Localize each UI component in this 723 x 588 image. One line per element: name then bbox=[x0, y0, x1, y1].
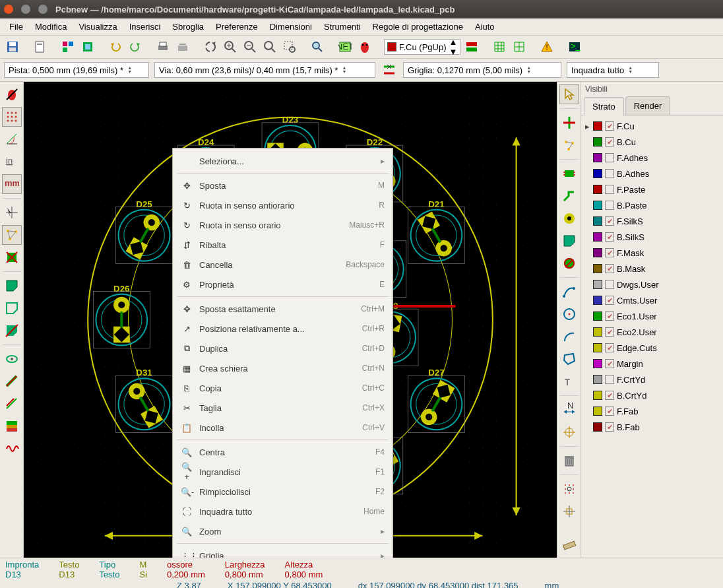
layer-color-swatch[interactable] bbox=[593, 359, 602, 368]
menu-aiuto[interactable]: Aiuto bbox=[470, 20, 500, 34]
via-sketch-icon[interactable] bbox=[2, 372, 22, 391]
grid-green-icon[interactable] bbox=[491, 38, 508, 55]
add-circle-icon[interactable] bbox=[559, 304, 579, 324]
layer-visibility-checkbox[interactable] bbox=[605, 153, 614, 162]
grid-visible-icon[interactable] bbox=[2, 107, 22, 127]
layer-visibility-checkbox[interactable]: ✔ bbox=[605, 216, 614, 226]
grid-green2-icon[interactable] bbox=[511, 38, 528, 55]
menu-modifica[interactable]: Modifica bbox=[30, 20, 72, 34]
layer-row[interactable]: ✔ B.Fab bbox=[582, 419, 722, 435]
layer-color-swatch[interactable] bbox=[593, 327, 602, 337]
select-tool-icon[interactable] bbox=[559, 84, 579, 104]
zoom-combo[interactable]: Inquadra tutto ▲▼ bbox=[567, 62, 659, 78]
window-close-button[interactable] bbox=[4, 5, 13, 14]
menu-item[interactable]: 🔍+ Ingrandisci F1 bbox=[173, 462, 393, 482]
menu-item[interactable]: ✥ Sposta M bbox=[173, 176, 393, 195]
menu-item[interactable]: ↻ Ruota in senso antiorario R bbox=[173, 195, 393, 215]
menu-item[interactable]: ✂ Taglia Ctrl+X bbox=[173, 398, 393, 418]
layer-visibility-checkbox[interactable]: ✔ bbox=[605, 121, 614, 131]
layer-color-swatch[interactable] bbox=[593, 343, 602, 352]
zone-outline-icon[interactable] bbox=[2, 298, 22, 318]
layer-row[interactable]: ✔ Eco2.User bbox=[582, 324, 722, 340]
layer-row[interactable]: ✔ Eco1.User bbox=[582, 308, 722, 324]
menu-item[interactable]: ↻ Ruota in senso orario Maiusc+R bbox=[173, 215, 393, 235]
layer-visibility-checkbox[interactable]: ✔ bbox=[605, 359, 614, 368]
layer-row[interactable]: ▸ ✔ F.Cu bbox=[582, 118, 722, 134]
zone-filled-icon[interactable] bbox=[2, 276, 22, 296]
zoom-fit-icon[interactable] bbox=[261, 38, 278, 55]
cursor-shape-icon[interactable] bbox=[2, 203, 22, 222]
layer-row[interactable]: ✔ F.SilkS bbox=[582, 213, 722, 229]
menu-item[interactable]: ⋮⋮ Griglia ▸ bbox=[173, 546, 393, 558]
tab-render[interactable]: Render bbox=[625, 96, 671, 115]
auto-track-icon[interactable] bbox=[381, 61, 398, 79]
menu-item[interactable]: ✥ Sposta esattamente Ctrl+M bbox=[173, 299, 393, 319]
layer-color-swatch[interactable] bbox=[593, 422, 602, 432]
layer-color-swatch[interactable] bbox=[593, 407, 602, 416]
print-icon[interactable] bbox=[154, 38, 172, 55]
polar-coord-icon[interactable] bbox=[2, 129, 22, 149]
add-zone-icon[interactable] bbox=[559, 231, 579, 251]
menu-regole di progettazione[interactable]: Regole di progettazione bbox=[367, 20, 468, 34]
page-settings-icon[interactable] bbox=[32, 38, 49, 55]
menu-item[interactable]: ▦ Crea schiera Ctrl+N bbox=[173, 358, 393, 378]
layer-color-swatch[interactable] bbox=[593, 121, 602, 131]
redo-icon[interactable] bbox=[127, 38, 144, 55]
layer-row[interactable]: F.Paste bbox=[582, 181, 722, 197]
layer-color-swatch[interactable] bbox=[593, 311, 602, 321]
save-icon[interactable] bbox=[4, 38, 21, 55]
menu-item[interactable]: 🔍- Rimpicciolisci F2 bbox=[173, 482, 393, 502]
layer-visibility-checkbox[interactable]: ✔ bbox=[605, 232, 614, 242]
layer-visibility-checkbox[interactable]: ✔ bbox=[605, 264, 614, 273]
menu-item[interactable]: ⇵ Ribalta F bbox=[173, 235, 393, 255]
layer-visibility-checkbox[interactable]: ✔ bbox=[605, 311, 614, 321]
zoom-in-icon[interactable] bbox=[222, 38, 239, 55]
mw-toolbar-icon[interactable] bbox=[2, 439, 22, 459]
track-sketch-icon[interactable] bbox=[2, 394, 22, 414]
menu-item[interactable]: ⎘ Copia Ctrl+C bbox=[173, 378, 393, 398]
layer-row[interactable]: F.CrtYd bbox=[582, 372, 722, 387]
zoom-redraw-icon[interactable] bbox=[202, 38, 219, 55]
layer-row[interactable]: ✔ B.CrtYd bbox=[582, 387, 722, 403]
layer-color-swatch[interactable] bbox=[593, 137, 602, 147]
menu-item[interactable]: ⚙ Proprietà E bbox=[173, 275, 393, 294]
layer-visibility-checkbox[interactable] bbox=[605, 280, 614, 289]
active-layer-selector[interactable]: F.Cu (PgUp) ▲▼ bbox=[384, 39, 460, 55]
layer-visibility-checkbox[interactable] bbox=[605, 201, 614, 210]
layer-color-swatch[interactable] bbox=[593, 185, 602, 194]
ratsnest-icon[interactable] bbox=[2, 225, 22, 245]
set-origin-icon[interactable] bbox=[559, 479, 579, 499]
drc-off-icon[interactable] bbox=[2, 84, 22, 104]
layer-pairs-icon[interactable] bbox=[463, 38, 480, 55]
menu-strumenti[interactable]: Strumenti bbox=[319, 20, 366, 34]
layer-visibility-checkbox[interactable]: ✔ bbox=[605, 248, 614, 257]
auto-delete-track-icon[interactable] bbox=[2, 247, 22, 267]
tab-layer[interactable]: Strato bbox=[584, 97, 624, 115]
layer-color-swatch[interactable] bbox=[593, 264, 602, 273]
layer-color-swatch[interactable] bbox=[593, 248, 602, 257]
layer-visibility-checkbox[interactable] bbox=[605, 185, 614, 194]
delete-icon[interactable] bbox=[559, 451, 579, 471]
menu-inserisci[interactable]: Inserisci bbox=[124, 20, 166, 34]
highlight-net-icon[interactable] bbox=[559, 113, 579, 133]
layer-visibility-checkbox[interactable]: ✔ bbox=[605, 296, 614, 305]
zoom-selection-icon[interactable] bbox=[281, 38, 298, 55]
menu-item[interactable]: 📋 Incolla Ctrl+V bbox=[173, 418, 393, 438]
netlist-icon[interactable]: NET bbox=[336, 38, 354, 55]
add-via-icon[interactable] bbox=[559, 209, 579, 228]
layer-row[interactable]: ✔ Margin bbox=[582, 356, 722, 372]
layer-visibility-checkbox[interactable]: ✔ bbox=[605, 407, 614, 416]
layer-row[interactable]: ✔ B.Mask bbox=[582, 261, 722, 277]
menu-sbroglia[interactable]: Sbroglia bbox=[167, 20, 209, 34]
menu-item[interactable]: ↗ Posiziona relativamente a... Ctrl+R bbox=[173, 319, 393, 339]
layer-visibility-checkbox[interactable]: ✔ bbox=[605, 422, 614, 432]
layer-row[interactable]: ✔ Edge.Cuts bbox=[582, 340, 722, 356]
layer-row[interactable]: ✔ B.SilkS bbox=[582, 229, 722, 245]
local-ratsnest-icon[interactable] bbox=[559, 135, 579, 155]
menu-item[interactable]: Seleziona... ▸ bbox=[173, 151, 393, 171]
layer-color-swatch[interactable] bbox=[593, 280, 602, 289]
layer-color-swatch[interactable] bbox=[593, 169, 602, 178]
add-target-icon[interactable] bbox=[559, 422, 579, 442]
layer-visibility-checkbox[interactable]: ✔ bbox=[605, 137, 614, 147]
high-contrast-icon[interactable] bbox=[2, 416, 22, 436]
